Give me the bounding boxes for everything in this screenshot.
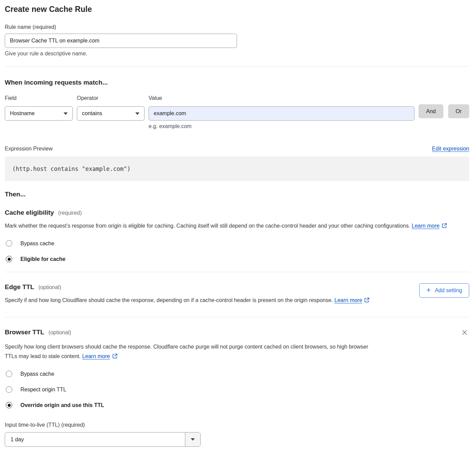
external-link-icon: [364, 296, 370, 306]
ttl-select-arrow[interactable]: [185, 432, 200, 446]
radio-eligible-for-cache[interactable]: Eligible for cache: [5, 256, 469, 262]
radio-checked-icon: [6, 402, 12, 408]
radio-override-origin-ttl[interactable]: Override origin and use this TTL: [5, 402, 469, 408]
close-icon[interactable]: [461, 329, 469, 337]
operator-select-value: contains: [82, 110, 102, 117]
radio-bypass-cache[interactable]: Bypass cache: [5, 240, 469, 247]
edge-ttl-title: Edge TTL: [5, 283, 34, 290]
description-text: Specify if and how long Cloudflare shoul…: [5, 297, 333, 303]
browser-ttl-title: Browser TTL: [5, 329, 44, 336]
match-condition-row: Field Hostname Operator contains Value e…: [5, 95, 469, 129]
radio-icon: [6, 371, 12, 377]
description-text: Specify how long client browsers should …: [5, 344, 368, 359]
radio-checked-icon: [6, 256, 12, 262]
description-text: Mark whether the request’s response from…: [5, 223, 410, 229]
field-select-value: Hostname: [10, 110, 35, 117]
radio-label: Bypass cache: [20, 241, 54, 247]
add-setting-button[interactable]: + Add setting: [419, 283, 469, 298]
cache-eligibility-description: Mark whether the request’s response from…: [5, 221, 464, 231]
operator-select[interactable]: contains: [77, 106, 144, 121]
value-help: e.g. example.com: [149, 123, 414, 129]
rule-name-label: Rule name (required): [5, 24, 469, 30]
cache-eligibility-title: Cache eligibility: [5, 209, 54, 216]
radio-respect-origin-ttl[interactable]: Respect origin TTL: [5, 386, 469, 393]
expression-code: (http.host contains "example.com"): [5, 157, 469, 181]
chevron-down-icon: [135, 112, 139, 115]
browser-ttl-options: Bypass cache Respect origin TTL Override…: [5, 371, 469, 408]
field-label: Field: [5, 95, 73, 101]
required-tag: (required): [58, 210, 82, 216]
ttl-input-label: Input time-to-live (TTL) (required): [5, 422, 469, 428]
and-button[interactable]: And: [419, 104, 443, 118]
radio-label: Bypass cache: [20, 371, 54, 377]
external-link-icon: [442, 222, 447, 231]
ttl-select-value: 1 day: [5, 432, 185, 446]
radio-label: Respect origin TTL: [20, 387, 66, 393]
learn-more-link[interactable]: Learn more: [335, 297, 362, 303]
cache-eligibility-section: Cache eligibility (required) Mark whethe…: [5, 209, 469, 262]
radio-label: Override origin and use this TTL: [20, 402, 104, 408]
value-label: Value: [149, 95, 414, 101]
external-link-icon: [112, 352, 118, 362]
learn-more-link[interactable]: Learn more: [82, 353, 110, 359]
browser-ttl-description: Specify how long client browsers should …: [5, 342, 378, 362]
chevron-down-icon: [64, 112, 68, 115]
divider: [5, 66, 469, 67]
optional-tag: (optional): [49, 330, 71, 335]
learn-more-link[interactable]: Learn more: [412, 223, 440, 229]
divider: [5, 317, 469, 317]
cache-eligibility-options: Bypass cache Eligible for cache: [5, 240, 469, 262]
page-title: Create new Cache Rule: [5, 5, 469, 14]
edit-expression-link[interactable]: Edit expression: [432, 146, 469, 152]
browser-ttl-section: Browser TTL (optional) Specify how long …: [5, 329, 469, 447]
add-setting-label: Add setting: [435, 287, 462, 294]
operator-label: Operator: [77, 95, 144, 101]
or-button[interactable]: Or: [448, 104, 469, 118]
plus-icon: +: [426, 286, 431, 294]
expression-preview-label: Expression Preview: [5, 146, 53, 152]
radio-bypass-cache[interactable]: Bypass cache: [5, 371, 469, 377]
radio-icon: [6, 386, 12, 393]
value-input[interactable]: [149, 106, 414, 121]
edge-ttl-section: Edge TTL (optional) Specify if and how l…: [5, 283, 469, 306]
then-heading: Then...: [5, 191, 469, 198]
match-heading: When incoming requests match...: [5, 79, 469, 86]
divider: [5, 272, 469, 272]
radio-icon: [6, 240, 12, 247]
edge-ttl-description: Specify if and how long Cloudflare shoul…: [5, 296, 370, 306]
chevron-down-icon: [191, 438, 195, 441]
create-cache-rule-form: Create new Cache Rule Rule name (require…: [0, 0, 476, 455]
optional-tag: (optional): [38, 284, 61, 290]
radio-label: Eligible for cache: [20, 256, 65, 262]
field-select[interactable]: Hostname: [5, 106, 73, 121]
rule-name-help: Give your rule a descriptive name.: [5, 51, 469, 57]
ttl-select[interactable]: 1 day: [5, 432, 201, 447]
rule-name-input[interactable]: [5, 34, 237, 48]
